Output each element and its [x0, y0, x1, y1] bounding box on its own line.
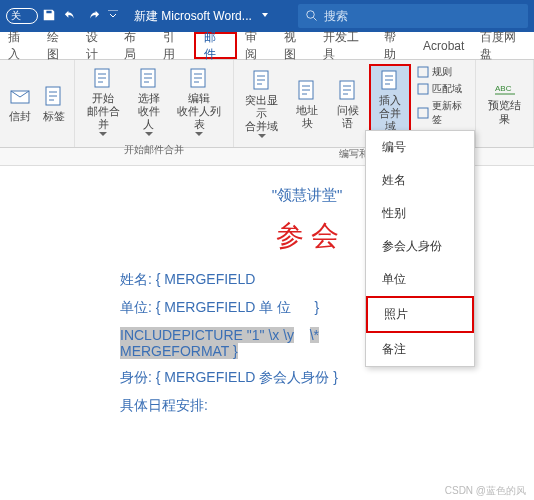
tab-审阅[interactable]: 审阅	[237, 32, 276, 59]
title-dropdown-icon[interactable]	[260, 9, 270, 23]
undo-icon[interactable]	[64, 8, 78, 25]
search-box[interactable]: 搜索	[298, 4, 528, 28]
start-merge-button[interactable]: 开始邮件合并	[79, 64, 128, 141]
tab-视图[interactable]: 视图	[276, 32, 315, 59]
document-title: 新建 Microsoft Word...	[134, 8, 252, 25]
search-icon	[306, 10, 318, 22]
dropdown-item-照片[interactable]: 照片	[366, 296, 474, 333]
search-placeholder: 搜索	[324, 8, 348, 25]
tab-插入[interactable]: 插入	[0, 32, 39, 59]
ribbon-tabs: 插入绘图设计布局引用邮件审阅视图开发工具帮助Acrobat百度网盘	[0, 32, 534, 60]
save-icon[interactable]	[42, 8, 56, 25]
svg-rect-12	[418, 108, 428, 118]
dropdown-item-姓名[interactable]: 姓名	[366, 164, 474, 197]
tab-绘图[interactable]: 绘图	[39, 32, 78, 59]
svg-text:ABC: ABC	[495, 84, 512, 93]
edit-list-button[interactable]: 编辑收件人列表	[170, 64, 229, 141]
rules-button[interactable]: 规则	[413, 64, 471, 80]
dropdown-item-编号[interactable]: 编号	[366, 131, 474, 164]
highlight-fields-button[interactable]: 突出显示合并域	[238, 64, 287, 145]
dropdown-item-单位[interactable]: 单位	[366, 263, 474, 296]
tab-布局[interactable]: 布局	[116, 32, 155, 59]
redo-icon[interactable]	[86, 8, 100, 25]
dropdown-item-性别[interactable]: 性别	[366, 197, 474, 230]
ribbon-group: 开始邮件合并选择收件人编辑收件人列表开始邮件合并	[75, 60, 234, 147]
tab-设计[interactable]: 设计	[78, 32, 117, 59]
feature-toggle[interactable]: 关	[6, 8, 38, 24]
ribbon: 信封标签开始邮件合并选择收件人编辑收件人列表开始邮件合并突出显示合并域地址块问候…	[0, 60, 534, 148]
svg-rect-10	[418, 67, 428, 77]
qat-dropdown-icon[interactable]	[108, 9, 118, 23]
svg-rect-11	[418, 84, 428, 94]
group-label: 开始邮件合并	[124, 141, 184, 159]
match-fields-button[interactable]: 匹配域	[413, 81, 471, 97]
titlebar: 关 新建 Microsoft Word... 搜索	[0, 0, 534, 32]
preview-button[interactable]: ABC预览结果	[480, 64, 529, 143]
labels-button[interactable]: 标签	[38, 64, 70, 143]
doc-line: 具体日程安排:	[120, 397, 494, 415]
tab-引用[interactable]: 引用	[155, 32, 194, 59]
insert-merge-dropdown: 编号姓名性别参会人身份单位照片备注	[365, 130, 475, 367]
tab-帮助[interactable]: 帮助	[376, 32, 415, 59]
ribbon-group: ABC预览结果	[476, 60, 534, 147]
dropdown-item-参会人身份[interactable]: 参会人身份	[366, 230, 474, 263]
envelope-button[interactable]: 信封	[4, 64, 36, 143]
watermark: CSDN @蓝色的风	[445, 484, 526, 498]
svg-point-0	[307, 11, 315, 19]
doc-line: 身份: { MERGEFIELD 参会人身份 }	[120, 369, 494, 387]
select-recipients-button[interactable]: 选择收件人	[130, 64, 168, 141]
ribbon-group: 信封标签	[0, 60, 75, 147]
address-block-button[interactable]: 地址块	[288, 64, 326, 145]
tab-邮件[interactable]: 邮件	[194, 32, 237, 59]
tab-Acrobat[interactable]: Acrobat	[415, 32, 472, 59]
dropdown-item-备注[interactable]: 备注	[366, 333, 474, 366]
tab-开发工具[interactable]: 开发工具	[315, 32, 377, 59]
greeting-button[interactable]: 问候语	[329, 64, 367, 145]
tab-百度网盘[interactable]: 百度网盘	[472, 32, 534, 59]
update-labels-button[interactable]: 更新标签	[413, 98, 471, 128]
